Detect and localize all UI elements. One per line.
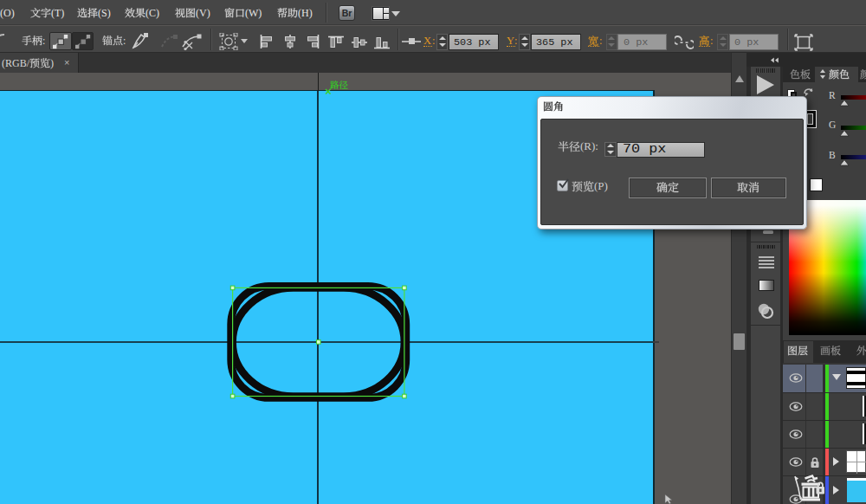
svg-text:0 px: 0 px [624, 36, 648, 48]
svg-text:(W): (W) [245, 6, 262, 18]
svg-text:70 px: 70 px [623, 142, 666, 156]
svg-text:365 px: 365 px [536, 36, 572, 48]
svg-text:(T): (T) [51, 6, 64, 18]
svg-text:(C): (C) [145, 6, 159, 18]
svg-text:X: X [423, 35, 431, 47]
svg-text:B: B [829, 150, 836, 160]
svg-text:Y: Y [507, 35, 514, 47]
svg-text::: : [599, 35, 602, 47]
svg-text:0 px: 0 px [734, 36, 759, 48]
svg-text::: : [42, 34, 45, 46]
svg-text:×: × [64, 57, 69, 68]
svg-text:(S): (S) [98, 6, 111, 18]
svg-text:(O): (O) [0, 6, 15, 18]
svg-text:): ) [50, 56, 54, 68]
svg-text:(H): (H) [298, 6, 313, 18]
svg-text:G: G [829, 120, 836, 130]
svg-text:R: R [829, 90, 836, 100]
svg-text::: : [123, 34, 126, 46]
svg-text::: : [710, 35, 713, 47]
svg-text:(RGB/: (RGB/ [2, 56, 30, 68]
svg-text:(P): (P) [594, 179, 608, 192]
svg-text:503 px: 503 px [454, 36, 490, 48]
svg-text::: : [432, 35, 435, 47]
svg-text:(R):: (R): [580, 139, 598, 152]
svg-text::: : [514, 35, 517, 47]
svg-text:(V): (V) [196, 6, 210, 18]
